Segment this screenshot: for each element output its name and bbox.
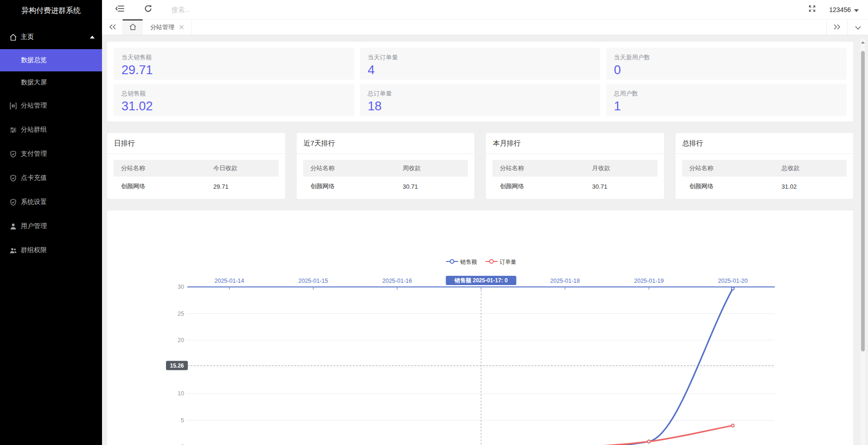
tooltip-top-text: 销售额 2025-01-17: 0 [454, 277, 508, 284]
table-cell: 31.02 [774, 177, 847, 195]
tab-label: 分站管理 [150, 23, 174, 32]
rank-table: 分站名称今日收款创颜网络29.71 [114, 160, 279, 195]
y-tick-label: 5 [181, 417, 184, 424]
stat-card-1: 当天订单量4 [360, 48, 600, 80]
sidebar-item-site-group[interactable]: 分站群组 [0, 118, 102, 142]
legend-line-icon [485, 259, 498, 266]
sidebar-item-label: 系统设置 [21, 198, 47, 206]
shield-check-icon [9, 198, 17, 206]
legend-label: 订单量 [500, 258, 517, 266]
legend-item-销售额[interactable]: 销售额 [446, 258, 477, 266]
top-navbar: 123456 [102, 0, 868, 19]
app-title: 异构付费进群系统 [0, 0, 102, 23]
stat-value: 31.02 [121, 99, 346, 114]
stat-value: 29.71 [121, 63, 346, 77]
rank-card-title: 总排行 [676, 133, 854, 154]
x-tick-label-top: 2025-01-19 [634, 278, 664, 284]
stat-value: 18 [368, 99, 593, 114]
rank-column-header: 月收款 [585, 160, 657, 177]
y-tick-label: 25 [178, 311, 184, 317]
sidebar-item-label: 主页 [21, 33, 34, 41]
sidebar-item-group-permission[interactable]: 群组权限 [0, 238, 102, 262]
sidebar-item-label: 分站群组 [21, 126, 47, 134]
fullscreen-icon [808, 5, 816, 14]
sidebar-item-label: 用户管理 [21, 222, 47, 230]
scrollbar[interactable] [861, 39, 865, 445]
legend-item-订单量[interactable]: 订单量 [485, 258, 517, 266]
rank-card-2: 本月排行分站名称月收款创颜网络30.71 [486, 133, 664, 199]
sidebar-item-user-manage[interactable]: 用户管理 [0, 214, 102, 238]
rank-card-1: 近7天排行分站名称周收款创颜网络30.71 [297, 133, 475, 199]
fullscreen-button[interactable] [807, 5, 817, 15]
sidebar-item-payment-manage[interactable]: 支付管理 [0, 142, 102, 166]
refresh-button[interactable] [143, 5, 153, 14]
table-row: 创颜网络31.02 [682, 177, 847, 195]
sidebar-item-system-settings[interactable]: 系统设置 [0, 190, 102, 214]
sidebar-item-label: 群组权限 [21, 246, 47, 254]
data-point [648, 440, 651, 443]
scrollbar-thumb[interactable] [861, 51, 865, 351]
sales-orders-chart[interactable]: 05102025302025-01-142025-01-142025-01-15… [107, 210, 853, 445]
tabs-scroll-left-button[interactable] [106, 19, 120, 35]
tabbar-right-controls [826, 19, 868, 35]
rankings-row: 日排行分站名称今日收款创颜网络29.71近7天排行分站名称周收款创颜网络30.7… [107, 133, 853, 199]
table-row: 创颜网络29.71 [114, 177, 279, 195]
rank-table: 分站名称总收款创颜网络31.02 [682, 160, 847, 195]
home-icon [9, 33, 17, 41]
navbar-right: 123456 [807, 5, 862, 15]
collapse-sidebar-button[interactable] [115, 5, 124, 14]
sliders-icon [9, 126, 17, 134]
columns-icon [9, 102, 17, 110]
legend-label: 销售额 [460, 258, 477, 266]
tabs-menu-button[interactable] [847, 19, 868, 35]
x-tick-label-top: 2025-01-15 [299, 278, 328, 284]
stat-label: 当天订单量 [368, 53, 593, 62]
rank-column-header: 今日收款 [206, 160, 278, 177]
users-icon [9, 247, 17, 254]
x-tick-label-top: 2025-01-18 [550, 278, 580, 284]
stat-label: 当天销售额 [121, 53, 346, 62]
sidebar-item-home[interactable]: 主页 [0, 25, 102, 49]
sidebar-item-site-manage[interactable]: 分站管理 [0, 94, 102, 118]
app-window: 异构付费进群系统 主页数据总览数据大屏分站管理分站群组支付管理点卡充值系统设置用… [0, 0, 868, 445]
table-cell: 29.71 [206, 177, 278, 195]
scroll-up-arrow-icon[interactable] [861, 39, 865, 45]
table-row: 创颜网络30.71 [492, 177, 657, 195]
rank-card-0: 日排行分站名称今日收款创颜网络29.71 [107, 133, 285, 199]
main-content: 当天销售额29.71当天订单量4当天新用户数0总销售额31.02总订单量18总用… [102, 35, 868, 445]
rank-column-header: 分站名称 [114, 160, 206, 177]
rank-column-header: 分站名称 [303, 160, 396, 177]
x-tick-label-top: 2025-01-20 [718, 278, 748, 284]
rank-column-header: 分站名称 [492, 160, 585, 177]
tab-site-manage[interactable]: 分站管理 [143, 19, 191, 35]
stat-label: 总销售额 [121, 89, 346, 98]
crosshair-y-value: 15.26 [170, 362, 184, 369]
stat-value: 4 [368, 63, 593, 77]
sidebar-subitem-label: 数据大屏 [21, 78, 47, 87]
x-tick-label-top: 2025-01-16 [383, 278, 412, 284]
tabs-scroll-right-button[interactable] [826, 19, 847, 35]
table-cell: 创颜网络 [303, 177, 396, 195]
tab-home[interactable] [122, 19, 143, 35]
rank-card-title: 本月排行 [486, 133, 664, 154]
user-menu[interactable]: 123456 [829, 6, 862, 13]
stat-label: 总订单量 [368, 89, 593, 98]
table-row: 创颜网络30.71 [303, 177, 468, 195]
shield-check-icon [9, 150, 17, 158]
search-input[interactable] [172, 6, 278, 13]
sidebar-subitem-data-overview[interactable]: 数据总览 [0, 49, 102, 71]
stat-card-0: 当天销售额29.71 [114, 48, 354, 80]
chart-legend: 销售额订单量 [187, 258, 775, 266]
sidebar-menu: 主页数据总览数据大屏分站管理分站群组支付管理点卡充值系统设置用户管理群组权限 [0, 23, 102, 445]
rank-column-header: 分站名称 [682, 160, 774, 177]
sidebar-subitem-data-big-screen[interactable]: 数据大屏 [0, 71, 102, 94]
table-cell: 30.71 [396, 177, 468, 195]
rank-card-title: 日排行 [107, 133, 285, 154]
sidebar-item-card-recharge[interactable]: 点卡充值 [0, 166, 102, 190]
close-tab-icon[interactable] [179, 25, 184, 29]
rank-table: 分站名称周收款创颜网络30.71 [303, 160, 468, 195]
stat-value: 1 [614, 99, 839, 114]
sidebar-item-label: 点卡充值 [21, 174, 47, 182]
y-tick-label: 30 [178, 284, 184, 290]
tab-bar: 分站管理 [102, 19, 868, 35]
